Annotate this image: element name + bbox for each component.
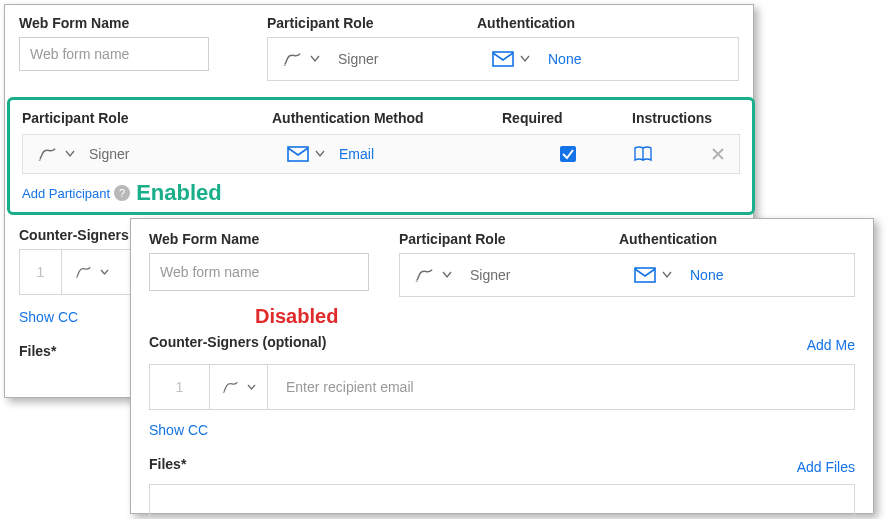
show-cc-link[interactable]: Show CC — [19, 309, 137, 325]
disabled-annotation: Disabled — [255, 305, 338, 327]
counter-signer-email-input[interactable] — [268, 365, 854, 409]
required-checkbox[interactable] — [560, 146, 576, 162]
authentication-label: Authentication — [477, 15, 575, 31]
files-label: Files* — [149, 456, 186, 472]
web-form-name-input[interactable] — [149, 253, 369, 291]
envelope-icon — [492, 51, 514, 67]
additional-participants-enabled: Participant Role Authentication Method R… — [7, 97, 755, 215]
participant-role-label: Participant Role — [267, 15, 477, 31]
add-participant-link[interactable]: Add Participant — [22, 186, 110, 201]
participant-auth-field: Signer None — [399, 253, 855, 297]
role-value: Signer — [470, 267, 510, 283]
pen-icon — [74, 265, 94, 279]
chevron-down-icon — [315, 150, 325, 158]
counter-signer-index: 1 — [150, 365, 210, 409]
svg-rect-3 — [635, 268, 655, 282]
files-dropzone[interactable] — [149, 484, 855, 518]
web-form-name-label: Web Form Name — [149, 231, 399, 247]
header-method: Authentication Method — [272, 110, 502, 126]
chevron-down-icon — [247, 384, 256, 391]
counter-signer-row: 1 — [149, 364, 855, 410]
counter-signer-role-select[interactable] — [210, 365, 268, 409]
participant-role-select[interactable]: Signer — [268, 38, 478, 80]
help-icon[interactable]: ? — [114, 185, 130, 201]
header-instructions: Instructions — [632, 110, 712, 126]
panel-disabled-state: Web Form Name Participant Role Authentic… — [130, 218, 874, 514]
book-icon[interactable] — [633, 146, 653, 162]
participant-role-select[interactable]: Signer — [400, 254, 620, 296]
chevron-down-icon — [310, 55, 320, 63]
svg-rect-2 — [560, 146, 576, 162]
participant-role-label: Participant Role — [399, 231, 619, 247]
counter-signers-label: Counter-Signers — [19, 227, 137, 243]
envelope-icon — [287, 146, 309, 162]
auth-value: None — [548, 51, 581, 67]
authentication-label: Authentication — [619, 231, 717, 247]
auth-value: None — [690, 267, 723, 283]
counter-signers-label: Counter-Signers (optional) — [149, 334, 326, 350]
counter-signer-role-select[interactable] — [62, 250, 120, 294]
counter-signer-index: 1 — [20, 250, 62, 294]
pen-icon — [414, 267, 436, 283]
pen-icon — [221, 380, 241, 394]
pen-icon — [282, 51, 304, 67]
close-icon[interactable] — [711, 147, 725, 161]
participant-auth-field: Signer None — [267, 37, 739, 81]
files-label: Files* — [19, 343, 137, 359]
row-method-select[interactable]: Email — [273, 135, 503, 173]
svg-rect-1 — [288, 147, 308, 161]
chevron-down-icon — [662, 271, 672, 279]
row-method-value: Email — [339, 146, 374, 162]
chevron-down-icon — [100, 269, 109, 276]
add-me-link[interactable]: Add Me — [807, 337, 855, 353]
role-value: Signer — [338, 51, 378, 67]
authentication-select[interactable]: None — [620, 254, 737, 296]
authentication-select[interactable]: None — [478, 38, 595, 80]
participant-row: Signer Email — [22, 134, 740, 174]
show-cc-link[interactable]: Show CC — [149, 422, 855, 438]
pen-icon — [37, 146, 59, 162]
enabled-annotation: Enabled — [136, 180, 222, 206]
header-required: Required — [502, 110, 632, 126]
chevron-down-icon — [442, 271, 452, 279]
chevron-down-icon — [520, 55, 530, 63]
counter-signer-row: 1 — [19, 249, 137, 295]
row-role-value: Signer — [89, 146, 129, 162]
add-files-link[interactable]: Add Files — [797, 459, 855, 475]
web-form-name-input[interactable] — [19, 37, 209, 71]
row-role-select[interactable]: Signer — [23, 135, 273, 173]
chevron-down-icon — [65, 150, 75, 158]
web-form-name-label: Web Form Name — [19, 15, 267, 31]
header-role: Participant Role — [22, 110, 272, 126]
svg-rect-0 — [493, 52, 513, 66]
envelope-icon — [634, 267, 656, 283]
